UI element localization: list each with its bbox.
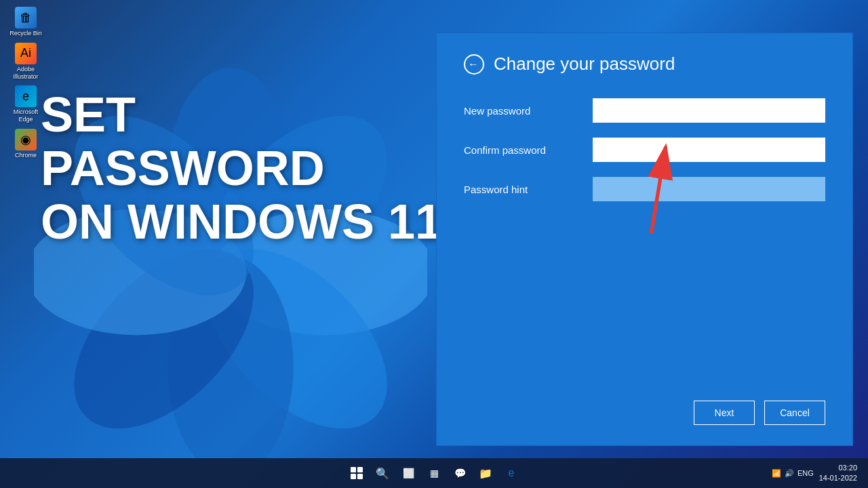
overlay-line1: SET	[41, 88, 442, 142]
search-taskbar-button[interactable]: 🔍	[373, 464, 392, 483]
dialog-buttons: Next Cancel	[694, 401, 825, 425]
desktop-icon-label: Adobe Illustrator	[5, 66, 46, 81]
start-button[interactable]	[347, 464, 366, 483]
next-button[interactable]: Next	[694, 401, 755, 425]
desktop-icon-label: Microsoft Edge	[5, 108, 46, 123]
edge-taskbar-icon: e	[509, 467, 515, 479]
widgets-icon: ▦	[430, 468, 439, 479]
file-explorer-icon: 📁	[479, 467, 492, 480]
windows-icon	[351, 467, 363, 479]
volume-icon: 🔊	[785, 469, 794, 478]
new-password-row: New password	[464, 98, 825, 123]
taskbar-right: 📶 🔊 ENG 03:20 14-01-2022	[772, 463, 857, 484]
confirm-password-input[interactable]	[593, 138, 825, 162]
overlay-text-block: SET PASSWORD ON WINDOWS 11	[41, 88, 442, 249]
system-tray: 📶 🔊 ENG	[772, 469, 814, 478]
confirm-password-row: Confirm password	[464, 138, 825, 162]
taskbar-clock: 03:20 14-01-2022	[819, 463, 857, 484]
taskbar-time-value: 03:20	[819, 463, 857, 473]
password-hint-row: Password hint	[464, 177, 825, 201]
overlay-line2: PASSWORD	[41, 142, 442, 195]
search-taskbar-icon: 🔍	[376, 467, 389, 480]
taskbar-date-value: 14-01-2022	[819, 473, 857, 483]
password-hint-input[interactable]	[593, 177, 825, 201]
confirm-password-label: Confirm password	[464, 144, 593, 156]
new-password-label: New password	[464, 105, 593, 117]
change-password-dialog: ← Change your password New password Conf…	[436, 33, 853, 446]
edge-taskbar-button[interactable]: e	[502, 464, 521, 483]
desktop-icon-recycle[interactable]: 🗑 Recycle Bin	[5, 7, 46, 37]
taskbar-center: 🔍 ⬜ ▦ 💬 📁 e	[347, 464, 521, 483]
file-explorer-button[interactable]: 📁	[476, 464, 495, 483]
network-icon: 📶	[772, 469, 781, 478]
widgets-button[interactable]: ▦	[425, 464, 443, 483]
overlay-line3: ON WINDOWS 11	[41, 195, 442, 249]
task-view-button[interactable]: ⬜	[399, 464, 418, 483]
task-view-icon: ⬜	[403, 468, 414, 479]
taskbar: 🔍 ⬜ ▦ 💬 📁 e 📶 🔊 ENG	[0, 458, 868, 488]
desktop: 🗑 Recycle Bin Ai Adobe Illustrator e Mic…	[0, 0, 868, 488]
back-arrow-icon: ←	[468, 59, 479, 70]
cancel-button[interactable]: Cancel	[764, 401, 825, 425]
desktop-icon-label: Chrome	[15, 152, 37, 159]
back-button[interactable]: ←	[464, 54, 484, 75]
lang-indicator: ENG	[797, 469, 814, 477]
desktop-icon-edge[interactable]: e Microsoft Edge	[5, 85, 46, 123]
new-password-input[interactable]	[593, 98, 825, 123]
desktop-icon-label: Recycle Bin	[9, 30, 42, 37]
desktop-icon-area: 🗑 Recycle Bin Ai Adobe Illustrator e Mic…	[5, 7, 46, 159]
chat-button[interactable]: 💬	[450, 464, 469, 483]
dialog-header: ← Change your password	[464, 54, 825, 75]
dialog-title: Change your password	[494, 54, 675, 75]
desktop-icon-illustrator[interactable]: Ai Adobe Illustrator	[5, 43, 46, 81]
desktop-icon-chrome[interactable]: ◉ Chrome	[5, 129, 46, 159]
password-hint-label: Password hint	[464, 184, 593, 195]
chat-icon: 💬	[454, 468, 466, 479]
